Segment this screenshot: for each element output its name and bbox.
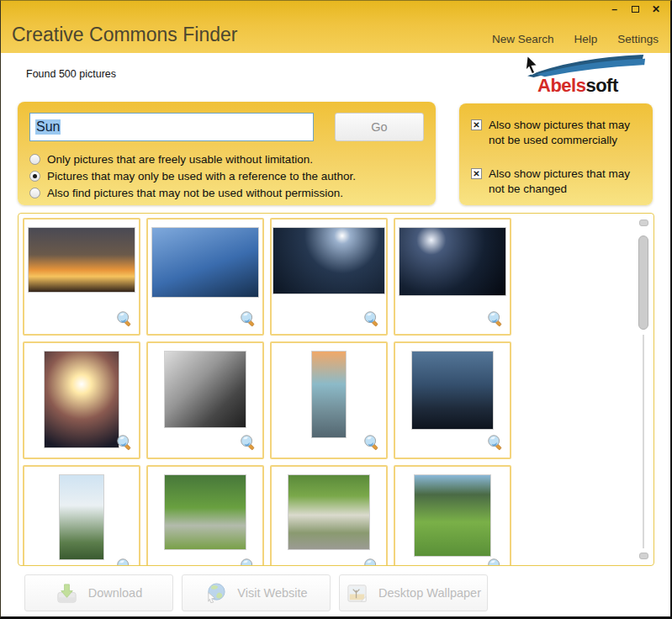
scrollbar-track[interactable] [643, 335, 644, 548]
search-input[interactable]: Sun [29, 113, 314, 141]
magnifier-icon[interactable] [239, 433, 257, 452]
thumbnail-photo[interactable] [165, 475, 246, 549]
scrollbar-thumb[interactable] [638, 235, 648, 330]
filter-row[interactable]: ✕ Also show pictures that may not be cha… [471, 167, 648, 197]
logo-wordmark: Abelssoft [537, 75, 618, 97]
scroll-down-button[interactable] [639, 553, 648, 559]
action-label: Desktop Wallpaper [378, 586, 481, 600]
action-bar: Download Visit Website Desktop Wallpaper [24, 574, 488, 611]
download-icon [56, 582, 78, 605]
thumbnail-photo[interactable] [45, 352, 119, 447]
action-label: Visit Website [237, 586, 307, 600]
globe-icon [204, 582, 227, 605]
magnifier-icon[interactable] [486, 310, 505, 328]
nav-help[interactable]: Help [574, 33, 597, 45]
thumbnail-card-sunset-over-field[interactable] [23, 218, 140, 336]
thumbnail-photo[interactable] [312, 352, 346, 437]
thumbnail-card-angel-of-the-north-sun-wide[interactable] [270, 218, 388, 336]
filter-label: Also show pictures that may not be chang… [489, 167, 648, 197]
license-option-label: Pictures that may only be used with a re… [47, 170, 356, 183]
desktop-wallpaper-button[interactable]: Desktop Wallpaper [339, 574, 488, 611]
thumbnail-card-hillside-path-cabin[interactable] [394, 465, 511, 566]
checkbox-control[interactable]: ✕ [471, 168, 482, 179]
window-controls: – ✕ [608, 3, 662, 15]
thumbnail-photo[interactable] [29, 228, 135, 292]
thumbnail-photo[interactable] [60, 475, 103, 559]
thumbnail-photo[interactable] [412, 352, 493, 429]
thumbnail-card-angel-of-the-north-blue-sky[interactable] [146, 218, 264, 336]
radio-control[interactable] [29, 188, 40, 198]
thumbnail-card-sun-over-river-skyline[interactable] [23, 341, 140, 459]
thumbnail-card-man-portrait-sunset[interactable] [270, 341, 388, 459]
cursor-arrow-icon [524, 55, 541, 77]
results-gallery [18, 213, 654, 566]
maximize-button[interactable] [629, 3, 641, 15]
magnifier-icon[interactable] [115, 557, 134, 566]
nav-new-search[interactable]: New Search [492, 33, 554, 45]
abelssoft-logo: Abelssoft [512, 53, 665, 100]
license-option-row[interactable]: Also find pictures that may not be used … [29, 187, 343, 199]
logo-text-black: soft [585, 75, 617, 96]
logo-text-red: Abels [537, 75, 585, 96]
license-option-row[interactable]: Only pictures that are freely usable wit… [29, 153, 313, 166]
search-panel: Sun Go Only pictures that are freely usa… [18, 102, 436, 205]
magnifier-icon[interactable] [486, 557, 505, 566]
license-option-label: Also find pictures that may not be used … [47, 187, 343, 199]
maximize-icon [632, 6, 639, 13]
thumbnail-photo[interactable] [288, 475, 369, 549]
magnifier-icon[interactable] [239, 310, 257, 328]
filter-row[interactable]: ✕ Also show pictures that may not be use… [471, 118, 648, 148]
radio-control[interactable] [29, 154, 40, 165]
wallpaper-icon [346, 582, 368, 605]
thumbnail-card-city-street-skyscrapers[interactable] [394, 341, 511, 459]
app-window: – ✕ Creative Commons Finder New Search H… [0, 0, 672, 619]
app-title: Creative Commons Finder [12, 24, 237, 46]
visit-website-button[interactable]: Visit Website [182, 574, 331, 611]
thumbnail-photo[interactable] [273, 228, 384, 294]
close-button[interactable]: ✕ [650, 3, 662, 15]
thumbnail-photo[interactable] [165, 352, 246, 427]
nav-settings[interactable]: Settings [617, 33, 659, 45]
magnifier-icon[interactable] [362, 310, 381, 328]
thumbnail-card-stone-cellar-hillside[interactable] [270, 465, 388, 566]
minimize-button[interactable]: – [608, 3, 620, 15]
radio-control[interactable] [29, 171, 40, 182]
filters-panel: ✕ Also show pictures that may not be use… [459, 103, 653, 205]
thumbnail-grid [19, 214, 638, 566]
titlebar: – ✕ Creative Commons Finder New Search H… [1, 1, 670, 53]
magnifier-icon[interactable] [115, 310, 134, 328]
results-count: Found 500 pictures [26, 68, 116, 80]
magnifier-icon[interactable] [239, 557, 257, 566]
license-option-row[interactable]: Pictures that may only be used with a re… [29, 170, 356, 183]
filter-label: Also show pictures that may not be used … [489, 118, 648, 148]
magnifier-icon[interactable] [115, 433, 134, 452]
magnifier-icon[interactable] [362, 433, 381, 452]
gallery-scrollbar[interactable] [638, 217, 650, 562]
go-button[interactable]: Go [335, 113, 424, 141]
thumbnail-card-bw-woman-in-field[interactable] [146, 341, 264, 459]
thumbnail-photo[interactable] [399, 228, 505, 295]
thumbnail-card-white-castle-tower[interactable] [23, 465, 140, 566]
search-query-text: Sun [35, 119, 61, 135]
license-option-label: Only pictures that are freely usable wit… [47, 153, 313, 166]
scroll-up-button[interactable] [639, 220, 648, 226]
thumbnail-card-forked-park-path[interactable] [146, 465, 264, 566]
magnifier-icon[interactable] [486, 433, 505, 452]
titlebar-nav: New Search Help Settings [492, 33, 659, 45]
thumbnail-card-angel-of-the-north-dusk[interactable] [394, 218, 511, 336]
checkbox-control[interactable]: ✕ [471, 119, 482, 130]
magnifier-icon[interactable] [362, 557, 381, 566]
thumbnail-photo[interactable] [415, 475, 490, 556]
action-label: Download [88, 586, 143, 600]
thumbnail-photo[interactable] [152, 228, 258, 297]
download-button[interactable]: Download [24, 574, 173, 611]
